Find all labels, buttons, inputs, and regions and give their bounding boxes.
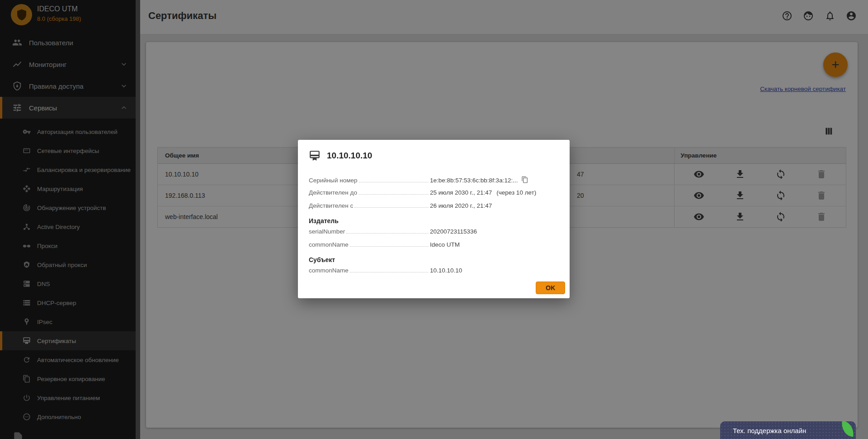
- dotted-leader: [350, 266, 429, 272]
- detail-row-subject-cn: commonName 10.10.10.10: [309, 266, 559, 279]
- subject-cn-value: 10.10.10.10: [430, 267, 462, 274]
- dotted-leader: [350, 240, 429, 247]
- valid-to-value: 25 июля 2030 г., 21:47: [430, 189, 492, 196]
- certificate-details-modal: 10.10.10.10 Серийный номер 1e:be:8b:57:5…: [298, 140, 570, 298]
- certificate-icon: [309, 150, 321, 162]
- serial-value: 1e:be:8b:57:53:6c:bb:8f:3a:12:...: [430, 177, 518, 184]
- valid-from-label: Действителен с: [309, 202, 353, 209]
- subject-cn-label: commonName: [309, 267, 349, 274]
- ok-button[interactable]: OK: [536, 282, 565, 294]
- detail-row-valid-to: Действителен до 25 июля 2030 г., 21:47 (…: [309, 188, 559, 201]
- detail-row-issuer-cn: commonName Ideco UTM: [309, 240, 559, 253]
- dotted-leader: [346, 227, 429, 234]
- detail-row-valid-from: Действителен с 26 июля 2020 г., 21:47: [309, 201, 559, 215]
- dotted-leader: [359, 176, 429, 182]
- issuer-serial-label: serialNumber: [309, 228, 345, 235]
- leaf-icon: [840, 421, 854, 437]
- dotted-leader: [359, 188, 429, 195]
- valid-from-value: 26 июля 2020 г., 21:47: [430, 202, 492, 209]
- modal-title: 10.10.10.10: [327, 151, 372, 161]
- support-chat-widget[interactable]: Тех. поддержка онлайн: [720, 421, 856, 439]
- issuer-cn-value: Ideco UTM: [430, 241, 460, 248]
- detail-row-serial: Серийный номер 1e:be:8b:57:53:6c:bb:8f:3…: [309, 175, 559, 188]
- serial-label: Серийный номер: [309, 177, 358, 184]
- issuer-section-header: Издатель: [309, 215, 559, 227]
- copy-icon[interactable]: [521, 176, 528, 183]
- dotted-leader: [354, 201, 429, 208]
- issuer-serial-value: 20200723115336: [430, 228, 477, 235]
- valid-to-note: (через 10 лет): [496, 189, 536, 196]
- support-chat-label: Тех. поддержка онлайн: [733, 427, 806, 434]
- valid-to-label: Действителен до: [309, 189, 357, 196]
- detail-row-issuer-serial: serialNumber 20200723115336: [309, 227, 559, 240]
- modal-header: 10.10.10.10: [309, 150, 559, 162]
- issuer-cn-label: commonName: [309, 241, 349, 248]
- subject-section-header: Субъект: [309, 253, 559, 266]
